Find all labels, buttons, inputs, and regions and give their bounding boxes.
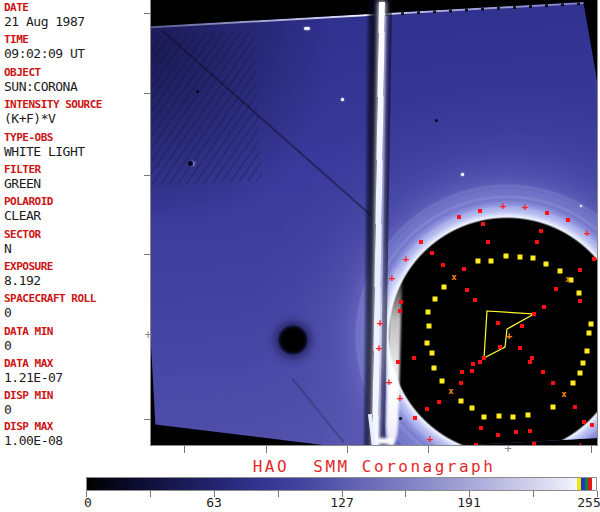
field-label: POLAROID <box>4 196 150 207</box>
yellow-fiducial-dot <box>442 285 447 290</box>
axis-tick <box>144 419 151 420</box>
yellow-fiducial-dot <box>425 341 430 346</box>
field-label: DISP MAX <box>4 421 150 432</box>
orange-x-marker: x <box>448 387 453 396</box>
orange-x-marker: x <box>565 275 570 284</box>
axis-tick <box>342 491 343 497</box>
image-canvas[interactable]: +++++++++++xxxx+ <box>151 0 597 445</box>
field-time: TIME09:02:09 UT <box>4 34 150 61</box>
field-object: OBJECTSUN:CORONA <box>4 67 150 94</box>
red-cross-marker: + <box>389 272 396 283</box>
yellow-fiducial-dot <box>577 291 582 296</box>
field-value: GREEN <box>4 177 150 191</box>
red-cross-marker: + <box>377 317 384 328</box>
red-fiducial-dot <box>479 426 483 430</box>
yellow-fiducial-dot <box>497 414 502 419</box>
axis-tick <box>144 254 151 255</box>
field-polaroid: POLAROIDCLEAR <box>4 196 150 223</box>
orange-x-marker: x <box>561 390 566 399</box>
yellow-fiducial-dot <box>531 256 536 261</box>
red-fiducial-dot <box>551 381 555 385</box>
colorbar-label: 127 <box>330 495 353 510</box>
yellow-fiducial-dot <box>482 415 487 420</box>
field-label: DATA MIN <box>4 326 150 337</box>
yellow-fiducial-dot <box>426 310 431 315</box>
disk-center-cross: + <box>506 330 513 341</box>
axis-tick <box>150 491 151 497</box>
yellow-fiducial-dot <box>571 381 576 386</box>
axis-tick <box>184 446 185 453</box>
yellow-fiducial-dot <box>585 349 590 354</box>
field-label: FILTER <box>4 164 150 175</box>
field-filter: FILTERGREEN <box>4 164 150 191</box>
field-label: INTENSITY SOURCE <box>4 99 150 110</box>
yellow-fiducial-dot <box>578 371 583 376</box>
yellow-fiducial-dot <box>558 269 563 274</box>
red-fiducial-dot <box>459 381 463 385</box>
field-label: DATE <box>4 2 150 13</box>
field-value: CLEAR <box>4 209 150 223</box>
field-label: EXPOSURE <box>4 261 150 272</box>
field-value: SUN:CORONA <box>4 80 150 94</box>
metadata-sidebar: DATE21 Aug 1987 TIME09:02:09 UT OBJECTSU… <box>0 0 150 446</box>
red-fiducial-dot <box>498 345 502 349</box>
red-fiducial-dot <box>470 369 474 373</box>
red-fiducial-dot <box>592 257 596 261</box>
red-fiducial-dot <box>542 305 546 309</box>
red-fiducial-dot <box>430 251 434 255</box>
red-fiducial-dot <box>535 240 539 244</box>
red-fiducial-dot <box>514 430 518 434</box>
colorbar-label: 255 <box>577 495 600 510</box>
red-fiducial-dot <box>482 356 486 360</box>
field-value: 1.00E-08 <box>4 434 150 448</box>
field-value: 09:02:09 UT <box>4 47 150 61</box>
field-value: 0 <box>4 339 150 353</box>
image-frame: +++++++++++xxxx+ <box>150 0 598 446</box>
field-value: N <box>4 242 150 256</box>
field-label: SECTOR <box>4 229 150 240</box>
colorbar-label: 63 <box>206 495 222 510</box>
red-fiducial-dot <box>478 209 482 213</box>
red-fiducial-dot <box>441 263 445 267</box>
field-label: TIME <box>4 34 150 45</box>
yellow-fiducial-dot <box>581 361 586 366</box>
yellow-fiducial-dot <box>511 415 516 420</box>
field-value: 8.192 <box>4 274 150 288</box>
red-cross-marker: + <box>386 376 393 387</box>
field-value: WHITE LIGHT <box>4 145 150 159</box>
yellow-fiducial-dot <box>518 255 523 260</box>
field-label: OBJECT <box>4 67 150 78</box>
yellow-fiducial-dot <box>589 322 594 327</box>
red-fiducial-dot <box>478 360 482 364</box>
red-fiducial-dot <box>554 287 558 291</box>
red-fiducial-dot <box>481 222 485 226</box>
red-fiducial-dot <box>520 324 524 328</box>
red-fiducial-dot <box>465 288 469 292</box>
axis-tick <box>405 491 406 497</box>
colorbar <box>86 477 597 491</box>
yellow-fiducial-dot <box>587 331 592 336</box>
field-exposure: EXPOSURE8.192 <box>4 261 150 288</box>
axis-tick <box>144 13 151 14</box>
coronagraph-viewer: DATE21 Aug 1987 TIME09:02:09 UT OBJECTSU… <box>0 0 600 512</box>
yellow-fiducial-dot <box>476 259 481 264</box>
orange-x-marker: x <box>451 273 456 282</box>
red-fiducial-dot <box>398 309 402 313</box>
yellow-fiducial-dot <box>432 366 437 371</box>
field-data-max: DATA MAX1.21E-07 <box>4 358 150 385</box>
yellow-fiducial-dot <box>470 406 475 411</box>
red-fiducial-dot <box>437 400 441 404</box>
axis-tick <box>591 446 592 453</box>
fiducial-polygon <box>151 0 597 445</box>
field-disp-max: DISP MAX1.00E-08 <box>4 421 150 448</box>
field-value: 0 <box>4 403 150 417</box>
field-value: 21 Aug 1987 <box>4 15 150 29</box>
red-fiducial-dot <box>528 429 532 433</box>
red-fiducial-dot <box>399 300 403 304</box>
red-fiducial-dot <box>471 362 475 366</box>
field-date: DATE21 Aug 1987 <box>4 2 150 29</box>
axis-tick <box>278 491 279 497</box>
field-intensity-source: INTENSITY SOURCE(K+F)*V <box>4 99 150 126</box>
red-fiducial-dot <box>413 416 417 420</box>
red-fiducial-dot <box>486 240 490 244</box>
